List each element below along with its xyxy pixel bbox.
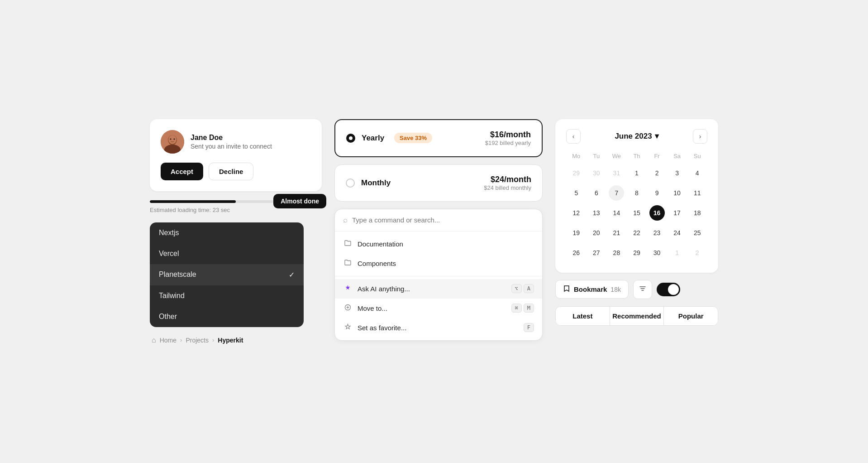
calendar-next-button[interactable]: ›	[693, 129, 707, 144]
calendar-day[interactable]: 9	[647, 183, 667, 203]
calendar-day[interactable]: 8	[627, 183, 647, 203]
calendar-card: ‹ June 2023 ▾ › Mo Tu We Th Fr Sa Su	[555, 119, 718, 273]
breadcrumb-projects[interactable]: Projects	[186, 337, 209, 344]
favorite-shortcut: F	[524, 323, 534, 332]
progress-area: Estimated loading time: 23 sec Almost do…	[150, 200, 322, 213]
yearly-radio[interactable]	[346, 134, 355, 143]
shortcut-key-a: A	[524, 284, 534, 293]
breadcrumb-separator-2: ›	[212, 337, 214, 343]
calendar-day[interactable]: 5	[566, 183, 587, 203]
bookmark-count: 18k	[610, 286, 621, 293]
calendar-day[interactable]: 13	[587, 203, 607, 223]
tab-latest[interactable]: Latest	[556, 307, 610, 325]
main-container: Jane Doe Sent you an invite to connect A…	[150, 119, 718, 344]
calendar-day[interactable]: 27	[587, 243, 607, 263]
calendar-day[interactable]: 12	[566, 203, 587, 223]
breadcrumb-home[interactable]: Home	[160, 337, 176, 344]
filter-tabs: Latest Recommended Popular	[555, 306, 718, 326]
monthly-radio[interactable]	[346, 178, 355, 188]
tab-recommended[interactable]: Recommended	[610, 307, 664, 325]
dropdown-item-label: Vercel	[159, 250, 179, 258]
calendar-day[interactable]: 7	[606, 183, 627, 203]
svg-point-4	[170, 138, 172, 140]
pricing-left-monthly: Monthly	[346, 178, 391, 188]
avatar	[161, 130, 184, 154]
calendar-day[interactable]: 11	[687, 183, 707, 203]
calendar-day[interactable]: 19	[566, 223, 587, 243]
command-search-row: ⌕	[335, 209, 542, 232]
dropdown-item-planetscale[interactable]: Planetscale ✓	[150, 264, 304, 285]
folder-icon-2	[343, 259, 352, 268]
calendar-day[interactable]: 30	[587, 163, 607, 183]
command-item-documentation[interactable]: Documentation	[335, 234, 542, 254]
calendar-day[interactable]: 28	[606, 243, 627, 263]
dropdown-item-nextjs[interactable]: Nextjs	[150, 222, 304, 243]
calendar-day[interactable]: 31	[606, 163, 627, 183]
dropdown-item-tailwind[interactable]: Tailwind	[150, 285, 304, 306]
calendar-day[interactable]: 15	[627, 203, 647, 223]
bookmark-button[interactable]: Bookmark 18k	[555, 280, 629, 299]
calendar-day[interactable]: 25	[687, 223, 707, 243]
calendar-day[interactable]: 4	[687, 163, 707, 183]
dropdown-item-other[interactable]: Other	[150, 306, 304, 327]
calendar-day[interactable]: 1	[667, 243, 687, 263]
calendar-day[interactable]: 29	[627, 243, 647, 263]
calendar-day[interactable]: 14	[606, 203, 627, 223]
filter-button[interactable]	[633, 280, 652, 299]
check-icon: ✓	[289, 270, 295, 279]
calendar-day[interactable]: 16	[647, 203, 667, 223]
calendar-day[interactable]: 20	[587, 223, 607, 243]
dropdown-item-vercel[interactable]: Vercel	[150, 243, 304, 264]
command-item-label: Documentation	[358, 240, 403, 248]
breadcrumb: ⌂ Home › Projects › Hyperkit	[150, 336, 322, 344]
toggle-knob	[668, 284, 679, 295]
command-special-section: Ask AI anything... ⌥ A Move to...	[335, 276, 542, 340]
calendar-day[interactable]: 23	[647, 223, 667, 243]
calendar-day[interactable]: 22	[627, 223, 647, 243]
calendar-day[interactable]: 30	[647, 243, 667, 263]
calendar-day[interactable]: 2	[687, 243, 707, 263]
calendar-day[interactable]: 10	[667, 183, 687, 203]
invite-subtitle: Sent you an invite to connect	[191, 143, 272, 150]
toggle-switch[interactable]	[657, 283, 680, 296]
decline-button[interactable]: Decline	[209, 163, 253, 180]
monthly-pricing-card[interactable]: Monthly $24/month $24 billed monthly	[334, 164, 543, 202]
pricing-left: Yearly Save 33%	[346, 133, 432, 143]
calendar-day[interactable]: 24	[667, 223, 687, 243]
calendar-day[interactable]: 18	[687, 203, 707, 223]
calendar-day[interactable]: 29	[566, 163, 587, 183]
home-icon: ⌂	[152, 336, 156, 344]
shortcut-key-alt: ⌥	[511, 284, 522, 293]
cal-header-tu: Tu	[587, 151, 607, 163]
command-item-ask-ai[interactable]: Ask AI anything... ⌥ A	[335, 279, 542, 299]
command-input[interactable]	[352, 216, 534, 224]
monthly-label: Monthly	[361, 178, 391, 188]
calendar-day[interactable]: 21	[606, 223, 627, 243]
pricing-right: $16/month $192 billed yearly	[485, 130, 531, 146]
command-item-move-to[interactable]: Move to... ⌘ M	[335, 299, 542, 318]
calendar-month-button[interactable]: June 2023 ▾	[615, 131, 658, 141]
calendar-day[interactable]: 1	[627, 163, 647, 183]
command-item-label-2: Components	[358, 260, 396, 267]
calendar-day[interactable]: 6	[587, 183, 607, 203]
calendar-day[interactable]: 2	[647, 163, 667, 183]
calendar-day[interactable]: 17	[667, 203, 687, 223]
calendar-day[interactable]: 3	[667, 163, 687, 183]
shortcut-key-m: M	[524, 304, 534, 313]
cal-header-mo: Mo	[566, 151, 587, 163]
accept-button[interactable]: Accept	[161, 163, 203, 180]
command-item-components[interactable]: Components	[335, 254, 542, 273]
calendar-day[interactable]: 26	[566, 243, 587, 263]
calendar-prev-button[interactable]: ‹	[566, 129, 581, 144]
command-item-favorite[interactable]: Set as favorite... F	[335, 318, 542, 338]
right-column: ‹ June 2023 ▾ › Mo Tu We Th Fr Sa Su	[555, 119, 718, 326]
tab-popular[interactable]: Popular	[664, 307, 718, 325]
yearly-label: Yearly	[362, 134, 384, 143]
progress-bar-fill	[150, 200, 236, 203]
center-column: Yearly Save 33% $16/month $192 billed ye…	[334, 119, 543, 341]
dropdown-menu: Nextjs Vercel Planetscale ✓ Tailwind Oth…	[150, 222, 304, 327]
yearly-price: $16/month	[485, 130, 531, 140]
invite-user-row: Jane Doe Sent you an invite to connect	[161, 130, 311, 154]
breadcrumb-separator: ›	[180, 337, 182, 343]
yearly-pricing-card[interactable]: Yearly Save 33% $16/month $192 billed ye…	[334, 119, 543, 157]
